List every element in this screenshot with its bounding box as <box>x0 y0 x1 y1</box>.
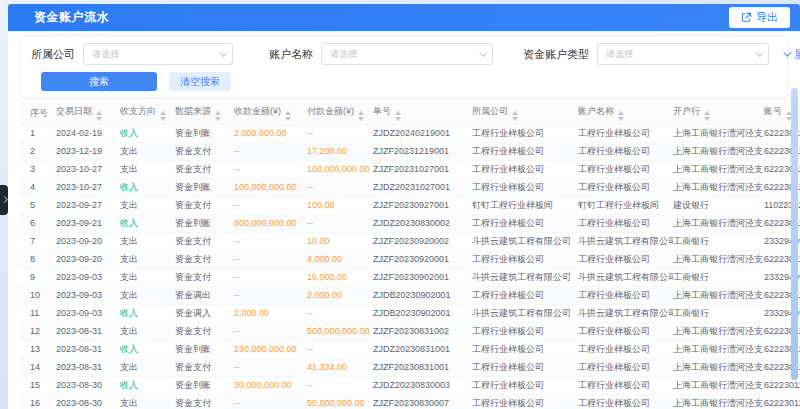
expand-filters-link[interactable]: 展开筛选 <box>783 47 800 62</box>
column-header[interactable]: 收支方向 <box>120 103 175 124</box>
cell-direction: 支出 <box>120 196 175 214</box>
cell-date: 2023-12-19 <box>56 142 120 160</box>
cell-source: 资金到账 <box>175 340 234 358</box>
cell-payment: 10.00 <box>307 232 373 250</box>
column-label: 收支方向 <box>120 106 156 116</box>
cell-no: 3 <box>20 160 56 178</box>
cell-bank: 建设银行 <box>673 196 764 214</box>
sort-icon[interactable] <box>512 111 518 121</box>
cell-payment: -- <box>307 376 373 394</box>
column-header[interactable]: 数据来源 <box>175 103 234 124</box>
sort-icon[interactable] <box>618 111 624 121</box>
cell-bank: 上海工商银行漕河泾支行 <box>673 340 764 358</box>
table-row: 132023-08-31收入资金到账230,000,000.00--ZJDZ20… <box>20 340 800 358</box>
column-header[interactable]: 付款金额(¥) <box>307 103 373 124</box>
page-header: 资金账户流水 导出 <box>8 4 800 31</box>
cell-bank: 上海工商银行漕河泾支行 <box>673 286 764 304</box>
table-row: 32023-10-27支出资金支付--100,000,000.00ZJZF202… <box>20 160 800 178</box>
sort-icon[interactable] <box>285 111 291 121</box>
cell-payment: -- <box>307 214 373 232</box>
cell-account-name: 工程行业样板公司 <box>578 394 673 409</box>
sort-icon[interactable] <box>96 111 102 121</box>
cell-date: 2023-08-30 <box>56 376 120 394</box>
column-label: 所属公司 <box>472 106 508 116</box>
account-name-select[interactable]: 请选择 <box>321 43 493 65</box>
filter-field-company: 所属公司 请选择 <box>31 43 269 65</box>
cell-order-no: ZJZF20231219001 <box>373 142 472 160</box>
table-row: 52023-09-27支出资金支付--100.00ZJZF20230927001… <box>20 196 800 214</box>
cell-company: 工程行业样板公司 <box>472 160 578 178</box>
column-label: 付款金额(¥) <box>307 106 354 116</box>
cell-receipt: 230,000,000.00 <box>234 340 307 358</box>
cell-company: 工程行业样板公司 <box>472 178 578 196</box>
filter-field-account-name: 账户名称 请选择 <box>269 43 523 65</box>
cell-bank: 工商银行 <box>673 232 764 250</box>
cell-date: 2023-09-20 <box>56 232 120 250</box>
cell-source: 资金支付 <box>175 232 234 250</box>
cell-account-name: 工程行业样板公司 <box>578 142 673 160</box>
cell-payment: 16,000.00 <box>307 268 373 286</box>
cell-payment: 17,200.00 <box>307 142 373 160</box>
cell-account-name: 斗拱云建筑工程有限公司 <box>578 304 673 322</box>
cell-account-name: 工程行业样板公司 <box>578 376 673 394</box>
cell-order-no: ZJDB20230902001 <box>373 304 472 322</box>
cell-date: 2023-10-27 <box>56 160 120 178</box>
company-select[interactable]: 请选择 <box>83 43 233 65</box>
sort-icon[interactable] <box>215 111 221 121</box>
cell-order-no: ZJZF20230920001 <box>373 250 472 268</box>
column-header[interactable]: 账户名称 <box>578 103 673 124</box>
cell-account-name: 钉钉工程行业样板间 <box>578 196 673 214</box>
sort-icon[interactable] <box>395 111 401 121</box>
account-type-select[interactable]: 请选择 <box>597 43 769 65</box>
cell-bank: 工商银行 <box>673 304 764 322</box>
column-label: 序号 <box>30 108 48 118</box>
cell-date: 2024-02-19 <box>56 124 120 142</box>
cell-direction: 收入 <box>120 124 175 142</box>
cell-order-no: ZJZF20230927001 <box>373 196 472 214</box>
sort-icon[interactable] <box>704 111 710 121</box>
column-header[interactable]: 单号 <box>373 103 472 124</box>
clear-search-button[interactable]: 清空搜索 <box>169 72 231 91</box>
cell-direction: 支出 <box>120 232 175 250</box>
cell-direction: 支出 <box>120 358 175 376</box>
column-header[interactable]: 所属公司 <box>472 103 578 124</box>
search-button[interactable]: 搜索 <box>41 72 157 91</box>
cell-direction: 支出 <box>120 142 175 160</box>
column-header[interactable]: 开户行 <box>673 103 764 124</box>
cell-date: 2023-10-27 <box>56 178 120 196</box>
cell-direction: 收入 <box>120 376 175 394</box>
column-header: 序号 <box>20 103 56 124</box>
cell-receipt: -- <box>234 268 307 286</box>
cell-payment: 100.00 <box>307 196 373 214</box>
cell-payment: 100,000,000.00 <box>307 160 373 178</box>
cell-account-name: 工程行业样板公司 <box>578 358 673 376</box>
chevron-down-icon <box>479 48 487 56</box>
cell-source: 资金支付 <box>175 196 234 214</box>
cell-payment: -- <box>307 178 373 196</box>
filter-label: 资金账户类型 <box>523 47 589 62</box>
cell-no: 11 <box>20 304 56 322</box>
sort-icon[interactable] <box>358 111 364 121</box>
column-header[interactable]: 收款金额(¥) <box>234 103 307 124</box>
column-header[interactable]: 交易日期 <box>56 103 120 124</box>
sort-icon[interactable] <box>160 111 166 121</box>
cell-account-name: 斗拱云建筑工程有限公司 <box>578 232 673 250</box>
cell-company: 钉钉工程行业样板间 <box>472 196 578 214</box>
cell-company: 斗拱云建筑工程有限公司 <box>472 268 578 286</box>
vertical-scrollbar[interactable] <box>791 88 798 380</box>
cell-payment: 2,000.00 <box>307 286 373 304</box>
cell-account-name: 工程行业样板公司 <box>578 250 673 268</box>
export-label: 导出 <box>756 10 778 25</box>
sidebar-collapse-handle[interactable] <box>0 185 8 215</box>
table-row: 152023-08-30收入资金到账30,000,000.00--ZJDZ202… <box>20 376 800 394</box>
cell-source: 资金支付 <box>175 358 234 376</box>
page-title: 资金账户流水 <box>34 9 109 26</box>
filter-bar: 所属公司 请选择 账户名称 请选择 资金账户类型 请选 <box>20 35 788 98</box>
cell-no: 1 <box>20 124 56 142</box>
cell-date: 2023-09-03 <box>56 268 120 286</box>
cell-order-no: ZJDZ20230831001 <box>373 340 472 358</box>
cell-company: 工程行业样板公司 <box>472 250 578 268</box>
chevron-down-icon <box>755 48 763 56</box>
export-button[interactable]: 导出 <box>729 7 790 28</box>
table-row: 102023-09-03支出资金调出--2,000.00ZJDB20230902… <box>20 286 800 304</box>
